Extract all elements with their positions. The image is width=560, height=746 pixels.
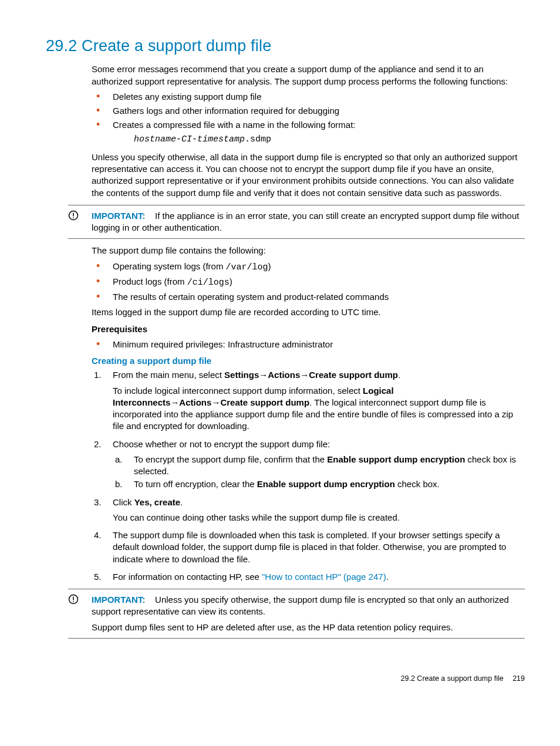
list-item: Creates a compressed file with a name in… (92, 119, 525, 146)
code-block: hostname-CI-timestamp.sdmp (134, 134, 525, 146)
step-item: For information on contacting HP, see "H… (92, 571, 525, 583)
svg-rect-5 (73, 601, 74, 602)
substep-item: To encrypt the support dump file, confir… (113, 454, 525, 478)
list-item: The results of certain operating system … (92, 291, 525, 303)
procedure-heading: Creating a support dump file (92, 355, 525, 367)
functions-list: Deletes any existing support dump file G… (92, 91, 525, 146)
contains-list: Operating system logs (from /var/log) Pr… (92, 261, 525, 303)
alert-icon (68, 594, 79, 605)
important-note: IMPORTANT: If the appliance is in an err… (68, 205, 525, 239)
step-item: From the main menu, select Settings→Acti… (92, 369, 525, 432)
page-footer: 29.2 Create a support dump file 219 (46, 674, 525, 684)
section-heading: 29.2 Create a support dump file (46, 35, 525, 56)
important-text: Support dump files sent to HP are delete… (92, 622, 525, 633)
substep-item: To turn off encryption, clear the Enable… (113, 478, 525, 490)
prerequisites-list: Minimum required privileges: Infrastruct… (92, 339, 525, 350)
svg-rect-2 (73, 217, 74, 218)
footer-section-ref: 29.2 Create a support dump file (401, 674, 504, 683)
step-item: Click Yes, create. You can continue doin… (92, 497, 525, 524)
step-item: Choose whether or not to encrypt the sup… (92, 438, 525, 491)
list-item: Minimum required privileges: Infrastruct… (92, 339, 525, 350)
svg-rect-1 (73, 212, 74, 216)
list-item-text: Creates a compressed file with a name in… (113, 120, 356, 130)
encryption-paragraph: Unless you specify otherwise, all data i… (92, 151, 525, 199)
contains-intro: The support dump file contains the follo… (92, 245, 525, 256)
list-item: Gathers logs and other information requi… (92, 105, 525, 117)
list-item: Operating system logs (from /var/log) (92, 261, 525, 274)
content-body: Some error messages recommend that you c… (92, 63, 525, 639)
procedure-steps: From the main menu, select Settings→Acti… (92, 369, 525, 583)
alert-icon (68, 210, 79, 221)
prerequisites-heading: Prerequisites (92, 323, 525, 335)
list-item: Product logs (from /ci/logs) (92, 276, 525, 289)
step-item: The support dump file is downloaded when… (92, 529, 525, 565)
svg-rect-4 (73, 597, 74, 600)
important-text: IMPORTANT: Unless you specify otherwise,… (92, 594, 525, 618)
contact-hp-link[interactable]: "How to contact HP" (page 247) (262, 572, 386, 582)
intro-paragraph: Some error messages recommend that you c… (92, 63, 525, 87)
utc-note: Items logged in the support dump file ar… (92, 306, 525, 318)
important-note: IMPORTANT: Unless you specify otherwise,… (68, 589, 525, 639)
list-item: Deletes any existing support dump file (92, 91, 525, 103)
page-number: 219 (512, 674, 525, 683)
substeps: To encrypt the support dump file, confir… (113, 454, 525, 491)
important-text: IMPORTANT: If the appliance is in an err… (92, 210, 525, 234)
